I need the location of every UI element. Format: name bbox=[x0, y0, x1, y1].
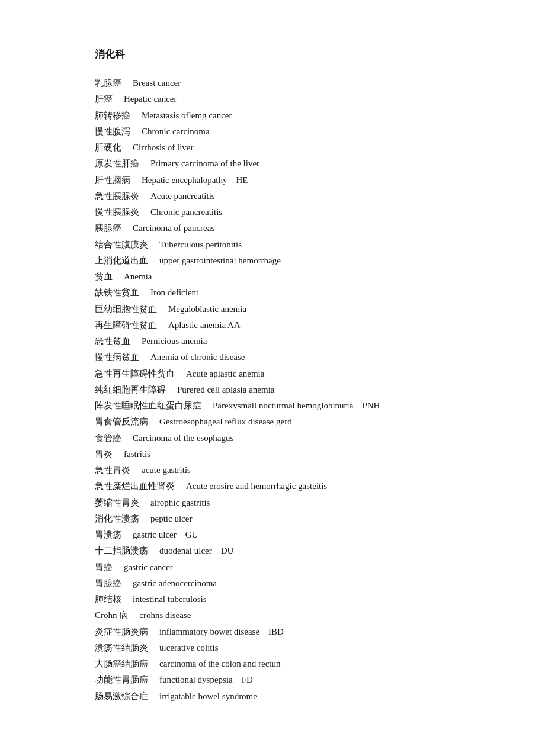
list-item: 胰腺癌 Carcinoma of pancreas bbox=[95, 220, 450, 236]
term-zh: 溃疡性结肠炎 bbox=[95, 643, 148, 652]
term-zh: 乳腺癌 bbox=[95, 78, 121, 88]
term-zh: 肝癌 bbox=[95, 94, 113, 104]
list-item: 原发性肝癌 Primary carcinoma of the liver bbox=[95, 156, 450, 171]
list-item: Crohn 病 crohns disease bbox=[95, 607, 450, 623]
term-zh: 胃腺癌 bbox=[95, 578, 121, 588]
term-zh: 贫血 bbox=[95, 272, 113, 281]
term-en: acute gastritis bbox=[133, 465, 191, 475]
term-en: Chronic pancreatitis bbox=[142, 207, 222, 217]
term-en: Hepatic encephalopathy HE bbox=[133, 175, 248, 185]
term-zh: 原发性肝癌 bbox=[95, 159, 139, 168]
list-item: 乳腺癌 Breast cancer bbox=[95, 75, 450, 91]
term-zh: 慢性病贫血 bbox=[95, 352, 139, 362]
term-zh: 功能性胃肠癌 bbox=[95, 675, 148, 684]
term-en: peptic ulcer bbox=[142, 514, 192, 523]
list-item: 急性再生障碍性贫血 Acute aplastic anemia bbox=[95, 366, 450, 381]
list-item: 慢性胰腺炎 Chronic pancreatitis bbox=[95, 204, 450, 220]
term-zh: 消化性溃疡 bbox=[95, 514, 139, 523]
term-zh: 阵发性睡眠性血红蛋白尿症 bbox=[95, 401, 201, 410]
term-en: inflammatory bowet disease IBD bbox=[150, 627, 284, 636]
term-zh: 纯红细胞再生障碍 bbox=[95, 385, 166, 394]
term-zh: 十二指肠溃疡 bbox=[95, 546, 148, 555]
term-zh: 肝硬化 bbox=[95, 143, 121, 152]
list-item: 胃腺癌 gastric adenocercinoma bbox=[95, 575, 450, 591]
term-en: Iron deficient bbox=[142, 288, 198, 297]
term-zh: 急性再生障碍性贫血 bbox=[95, 369, 175, 378]
term-zh: 慢性腹泻 bbox=[95, 127, 130, 136]
term-en: Tuberculous peritonitis bbox=[150, 240, 242, 249]
term-en: Chronic carcinoma bbox=[133, 127, 210, 136]
list-item: 急性糜烂出血性肾炎 Acute erosire and hemorrhagic … bbox=[95, 478, 450, 494]
list-item: 萎缩性胃炎 airophic gastritis bbox=[95, 495, 450, 510]
list-item: 上消化道出血 upper gastrointestinal hemorrhage bbox=[95, 253, 450, 268]
term-en: gastric adenocercinoma bbox=[124, 578, 217, 588]
term-zh: 上消化道出血 bbox=[95, 256, 148, 265]
term-en: functional dyspepsia FD bbox=[150, 675, 253, 684]
term-en: Hepatic cancer bbox=[115, 94, 177, 104]
term-zh: 结合性腹膜炎 bbox=[95, 240, 148, 249]
term-zh: 肠易激综合症 bbox=[95, 691, 148, 701]
term-en: Carcinoma of the esophagus bbox=[124, 433, 233, 443]
list-item: 胃溃疡 gastric ulcer GU bbox=[95, 527, 450, 542]
term-en: ulcerative colitis bbox=[150, 643, 219, 652]
list-item: 肝硬化 Cirrhosis of liver bbox=[95, 140, 450, 155]
term-en: Acute pancreatitis bbox=[142, 191, 215, 201]
term-en: Primary carcinoma of the liver bbox=[142, 159, 259, 168]
term-zh: 炎症性肠炎病 bbox=[95, 627, 148, 636]
list-item: 阵发性睡眠性血红蛋白尿症 Parexysmall nocturmal hemog… bbox=[95, 398, 450, 413]
term-en: Anemia of chronic disease bbox=[142, 352, 245, 362]
list-item: 纯红细胞再生障碍 Purered cell aplasia anemia bbox=[95, 382, 450, 397]
term-en: Megaloblastic anemia bbox=[159, 304, 246, 314]
list-item: 功能性胃肠癌 functional dyspepsia FD bbox=[95, 672, 450, 687]
term-zh: 胃炎 bbox=[95, 449, 113, 459]
term-zh: 慢性胰腺炎 bbox=[95, 207, 139, 217]
term-en: Aplastic anemia AA bbox=[159, 320, 241, 330]
list-item: 贫血 Anemia bbox=[95, 269, 450, 284]
term-en: gastric cancer bbox=[115, 562, 173, 572]
term-zh: 急性胃炎 bbox=[95, 465, 130, 475]
list-item: 胃癌 gastric cancer bbox=[95, 559, 450, 575]
term-en: Anemia bbox=[115, 272, 152, 281]
term-en: Cirrhosis of liver bbox=[124, 143, 194, 152]
list-item: 肺结核 intestinal tuberulosis bbox=[95, 591, 450, 607]
term-en: upper gastrointestinal hemorrhage bbox=[150, 256, 281, 265]
term-en: carcinoma of the colon and rectun bbox=[150, 659, 281, 668]
list-item: 结合性腹膜炎 Tuberculous peritonitis bbox=[95, 237, 450, 252]
term-en: fastritis bbox=[115, 449, 150, 459]
term-zh: 胃癌 bbox=[95, 562, 113, 572]
term-zh: 恶性贫血 bbox=[95, 336, 130, 346]
term-list: 乳腺癌 Breast cancer肝癌 Hepatic cancer肺转移癌 M… bbox=[95, 75, 450, 704]
term-en: Breast cancer bbox=[124, 78, 181, 88]
term-en: Gestroesophageal reflux disease gerd bbox=[150, 417, 292, 426]
list-item: 胃食管反流病 Gestroesophageal reflux disease g… bbox=[95, 414, 450, 429]
term-zh: 肝性脑病 bbox=[95, 175, 130, 185]
list-item: 胃炎 fastritis bbox=[95, 446, 450, 462]
term-zh: 萎缩性胃炎 bbox=[95, 498, 139, 507]
term-en: Acute aplastic anemia bbox=[177, 369, 264, 378]
term-zh: 肺转移癌 bbox=[95, 111, 130, 120]
list-item: 慢性病贫血 Anemia of chronic disease bbox=[95, 349, 450, 365]
term-zh: Crohn 病 bbox=[95, 610, 128, 620]
list-item: 食管癌 Carcinoma of the esophagus bbox=[95, 430, 450, 446]
term-en: Pernicious anemia bbox=[133, 336, 207, 346]
term-zh: 急性胰腺炎 bbox=[95, 191, 139, 201]
term-zh: 大肠癌结肠癌 bbox=[95, 659, 148, 668]
list-item: 十二指肠溃疡 duodenal ulcer DU bbox=[95, 543, 450, 558]
list-item: 炎症性肠炎病 inflammatory bowet disease IBD bbox=[95, 624, 450, 639]
term-zh: 食管癌 bbox=[95, 433, 121, 443]
term-en: duodenal ulcer DU bbox=[150, 546, 233, 555]
list-item: 溃疡性结肠炎 ulcerative colitis bbox=[95, 640, 450, 655]
term-zh: 肺结核 bbox=[95, 594, 121, 604]
term-zh: 再生障碍性贫血 bbox=[95, 320, 157, 330]
term-zh: 胃溃疡 bbox=[95, 530, 121, 539]
term-zh: 急性糜烂出血性肾炎 bbox=[95, 481, 175, 491]
list-item: 肝性脑病 Hepatic encephalopathy HE bbox=[95, 172, 450, 188]
term-zh: 胃食管反流病 bbox=[95, 417, 148, 426]
list-item: 恶性贫血 Pernicious anemia bbox=[95, 333, 450, 349]
term-en: Metastasis oflemg cancer bbox=[133, 111, 232, 120]
term-en: Parexysmall nocturmal hemoglobinuria PNH bbox=[204, 401, 380, 410]
term-zh: 胰腺癌 bbox=[95, 223, 121, 233]
term-en: Acute erosire and hemorrhagic gasteitis bbox=[177, 481, 327, 491]
term-zh: 缺铁性贫血 bbox=[95, 288, 139, 297]
list-item: 再生障碍性贫血 Aplastic anemia AA bbox=[95, 317, 450, 333]
